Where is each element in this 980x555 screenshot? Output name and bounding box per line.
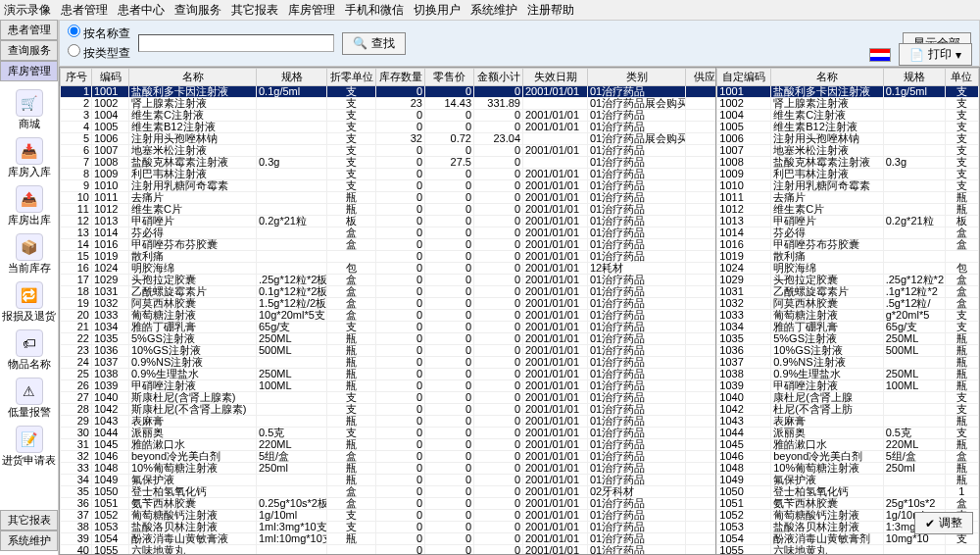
table-row[interactable]: 161024明胶海绵包0002001/01/0112耗材 (61, 263, 717, 275)
menu-item[interactable]: 系统维护 (470, 2, 517, 19)
table-row[interactable]: 1002肾上腺素注射液支 (717, 98, 979, 110)
table-row[interactable]: 33104810%葡萄糖注射液250ml瓶0002001/01/0101治疗药品 (61, 463, 717, 475)
table-row[interactable]: 261039甲硝唑注射液100ML瓶0002001/01/0101治疗药品 (61, 380, 717, 392)
table-row[interactable]: 2210355%GS注射液250ML瓶0002001/01/0101治疗药品 (61, 333, 717, 345)
table-row[interactable]: 1055六味地黄丸 (717, 545, 979, 556)
table-row[interactable]: 1032阿莫西林胶囊.5g*12粒/盒 (717, 298, 979, 310)
table-row[interactable]: 151019散利痛0002001/01/0101治疗药品 (61, 251, 717, 263)
table-row[interactable]: 301044派丽奥0.5克支0002001/01/0101治疗药品 (61, 428, 717, 439)
table-row[interactable]: 11001盐酸利多卡因注射液0.1g/5ml支0002001/01/0101治疗… (61, 86, 717, 98)
table-row[interactable]: 10380.9%生理盐水250ML瓶 (717, 369, 979, 380)
table-row[interactable]: 1007地塞米松注射液支 (717, 145, 979, 157)
side-item[interactable]: 🛒商城 (16, 89, 43, 131)
table-row[interactable]: 1013甲硝唑片0.2g*21粒板 (717, 216, 979, 227)
table-row[interactable]: 2510380.9%生理盐水250ML瓶0002001/01/0101治疗药品 (61, 369, 717, 380)
table-row[interactable]: 1009利巴韦林注射液支 (717, 169, 979, 180)
menubar[interactable]: 演示录像患者管理患者中心查询服务其它报表库房管理手机和微信切换用户系统维护注册帮… (0, 0, 980, 22)
table-row[interactable]: 51006注射用头孢唑林钠支320.7223.0401治疗药品展会购买 (61, 133, 717, 145)
table-row[interactable]: 10370.9%NS注射液瓶 (717, 357, 979, 369)
right-table[interactable]: 自定编码名称规格单位1001盐酸利多卡因注射液0.1g/5ml支1002肾上腺素… (716, 67, 980, 555)
side-bottom-tab[interactable]: 系统维护 (0, 530, 58, 551)
table-row[interactable]: 1024明胶海绵包 (717, 263, 979, 275)
table-row[interactable]: 211034雅皓丁硼乳膏65g/支支0002001/01/0101治疗药品 (61, 322, 717, 333)
side-item[interactable]: 📤库房出库 (8, 185, 51, 227)
menu-item[interactable]: 其它报表 (231, 2, 278, 19)
table-row[interactable]: 1051氨苄西林胶囊25g*10s*2盒 (717, 498, 979, 510)
table-row[interactable]: 281042斯康杜尼(不含肾上腺素)支0002001/01/0101治疗药品 (61, 404, 717, 416)
menu-item[interactable]: 手机和微信 (345, 2, 404, 19)
side-item[interactable]: 📦当前库存 (8, 233, 51, 276)
menu-item[interactable]: 查询服务 (174, 2, 221, 19)
table-row[interactable]: 91010注射用乳糖阿奇霉素支0002001/01/0101治疗药品 (61, 180, 717, 192)
left-tab[interactable]: 患者管理 (0, 20, 58, 40)
left-tab[interactable]: 查询服务 (0, 40, 58, 61)
table-row[interactable]: 171029头孢拉定胶囊.25g*12粒*2板盒0002001/01/0101治… (61, 275, 717, 286)
table-row[interactable]: 1008盐酸克林霉素注射液0.3g支 (717, 157, 979, 169)
menu-item[interactable]: 注册帮助 (527, 2, 574, 19)
table-row[interactable]: 1043表麻膏瓶 (717, 416, 979, 428)
table-row[interactable]: 181031乙酰螺旋霉素片0.1g*12粒*2板盒0002001/01/0101… (61, 286, 717, 298)
table-row[interactable]: 191032阿莫西林胶囊1.5g*12粒/2板盒0002001/01/0101治… (61, 298, 717, 310)
table-row[interactable]: 111012维生素C片瓶0002001/01/0101治疗药品 (61, 204, 717, 216)
table-row[interactable]: 1014芬必得盒 (717, 227, 979, 239)
table-row[interactable]: 1011去痛片瓶 (717, 192, 979, 204)
table-row[interactable]: 121013甲硝唑片0.2g*21粒板0002001/01/0101治疗药品 (61, 216, 717, 227)
table-row[interactable]: 71008盐酸克林霉素注射液0.3g支027.5001治疗药品 (61, 157, 717, 169)
table-row[interactable]: 103610%GS注射液500ML瓶 (717, 345, 979, 357)
table-row[interactable]: 2410370.9%NS注射液瓶0002001/01/0101治疗药品 (61, 357, 717, 369)
side-item[interactable]: 📝进货申请表 (2, 426, 56, 468)
left-tab[interactable]: 库房管理 (0, 61, 58, 81)
menu-item[interactable]: 患者中心 (118, 2, 165, 19)
table-row[interactable]: 1001盐酸利多卡因注射液0.1g/5ml支 (717, 86, 979, 98)
table-row[interactable]: 1019散利痛 (717, 251, 979, 263)
table-row[interactable]: 321046beyond冷光美白剂5组/盒盒0002001/01/0101治疗药… (61, 451, 717, 463)
table-row[interactable]: 1005维生素B12注射液支 (717, 122, 979, 133)
find-button[interactable]: 🔍 查找 (342, 32, 406, 55)
table-row[interactable]: 104810%葡萄糖注射液250ml瓶 (717, 463, 979, 475)
table-row[interactable]: 1049氟保护液瓶 (717, 475, 979, 486)
table-row[interactable]: 351050登士柏氢氧化钙盒0002001/01/0102牙科材 (61, 486, 717, 498)
table-row[interactable]: 61007地塞米松注射液支0002001/01/0101治疗药品 (61, 145, 717, 157)
table-row[interactable]: 1050登士柏氢氧化钙1 (717, 486, 979, 498)
table-row[interactable]: 201033葡萄糖注射液10g*20ml*5支盒0002001/01/0101治… (61, 310, 717, 322)
side-item[interactable]: 📥库房入库 (8, 137, 51, 179)
table-row[interactable]: 401055六味地黄丸0002001/01/0101治疗药品 (61, 545, 717, 556)
table-row[interactable]: 341049氟保护液瓶0002001/01/0101治疗药品 (61, 475, 717, 486)
table-row[interactable]: 1029头孢拉定胶囊.25g*12粒*2盒 (717, 275, 979, 286)
table-row[interactable]: 1010注射用乳糖阿奇霉素支 (717, 180, 979, 192)
table-row[interactable]: 10355%GS注射液250ML瓶 (717, 333, 979, 345)
flag-icon[interactable] (869, 48, 891, 62)
radio-by-name[interactable]: 按名称查 (68, 25, 130, 42)
table-row[interactable]: 381053盐酸洛贝林注射液1ml:3mg*10支支0002001/01/010… (61, 522, 717, 533)
table-row[interactable]: 41005维生素B12注射液支0002001/01/0101治疗药品 (61, 122, 717, 133)
left-table[interactable]: 序号编码名称规格折零单位库存数量零售价金额小计失效日期类别供应商备注11001盐… (59, 67, 716, 555)
table-row[interactable]: 361051氨苄西林胶囊0.25g*10s*2板盒0002001/01/0101… (61, 498, 717, 510)
table-row[interactable]: 371052葡萄糖酸钙注射液1g/10ml支0002001/01/0101治疗药… (61, 510, 717, 522)
table-row[interactable]: 1016甲硝唑芬布芬胶囊盒 (717, 239, 979, 251)
table-row[interactable]: 311045雅皓漱口水220ML瓶0002001/01/0101治疗药品 (61, 439, 717, 451)
side-bottom-tab[interactable]: 其它报表 (0, 510, 58, 530)
adjust-button[interactable]: ✔ 调整 (914, 512, 973, 534)
table-row[interactable]: 81009利巴韦林注射液支0002001/01/0101治疗药品 (61, 169, 717, 180)
table-row[interactable]: 141016甲硝唑芬布芬胶囊盒0002001/01/0101治疗药品 (61, 239, 717, 251)
side-item[interactable]: 🏷物品名称 (8, 329, 51, 372)
table-row[interactable]: 31004维生素C注射液支0002001/01/0101治疗药品 (61, 110, 717, 122)
table-row[interactable]: 101011去痛片瓶0002001/01/0101治疗药品 (61, 192, 717, 204)
table-row[interactable]: 1045雅皓漱口水220ML瓶 (717, 439, 979, 451)
table-row[interactable]: 1040康杜尼(含肾上腺支 (717, 392, 979, 404)
table-row[interactable]: 1054酚液消毒山黄敏膏剂10mg*10支 (717, 533, 979, 545)
table-row[interactable]: 291043表麻膏瓶0002001/01/0101治疗药品 (61, 416, 717, 428)
table-row[interactable]: 1004维生素C注射液支 (717, 110, 979, 122)
table-row[interactable]: 1039甲硝唑注射液100ML瓶 (717, 380, 979, 392)
table-row[interactable]: 131014芬必得盒0002001/01/0101治疗药品 (61, 227, 717, 239)
side-item[interactable]: ⚠低量报警 (8, 378, 51, 420)
table-row[interactable]: 23103610%GS注射液500ML瓶0002001/01/0101治疗药品 (61, 345, 717, 357)
menu-item[interactable]: 库房管理 (288, 2, 335, 19)
search-input[interactable] (138, 34, 334, 52)
table-row[interactable]: 1033葡萄糖注射液g*20ml*5支 (717, 310, 979, 322)
table-row[interactable]: 21002肾上腺素注射液支2314.43331.8901治疗药品展会购买 (61, 98, 717, 110)
side-item[interactable]: 🔁报损及退货 (2, 281, 56, 324)
radio-by-type[interactable]: 按类型查 (68, 44, 130, 62)
table-row[interactable]: 1042杜尼(不含肾上肪支 (717, 404, 979, 416)
table-row[interactable]: 271040斯康杜尼(含肾上腺素)支0002001/01/0101治疗药品 (61, 392, 717, 404)
